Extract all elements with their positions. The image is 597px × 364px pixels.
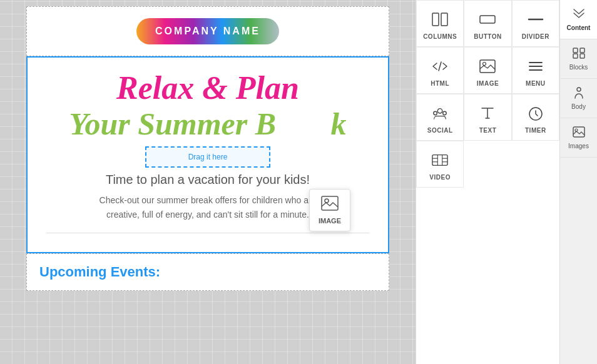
summer-heading: Your Summer B k: [46, 107, 369, 141]
company-logo-bar: COMPANY NAME: [136, 18, 279, 44]
upcoming-block: Upcoming Events:: [26, 253, 389, 291]
blocks-nav-label: Blocks: [563, 64, 594, 71]
blocks-nav-icon: [563, 47, 594, 63]
text-icon: [469, 103, 506, 123]
header-block: COMPANY NAME: [26, 6, 389, 56]
vacation-text: Time to plan a vacation for your kids!: [46, 173, 369, 187]
drag-drop-zone[interactable]: Drag it here: [145, 146, 270, 168]
html-label: HTML: [422, 80, 458, 87]
svg-point-8: [483, 63, 486, 66]
button-icon: [469, 9, 506, 29]
video-icon: [422, 150, 458, 170]
canvas-area: COMPANY NAME Relax & Plan Your Summer B …: [0, 0, 416, 364]
svg-rect-4: [480, 16, 495, 23]
svg-rect-0: [322, 196, 338, 210]
grid-item-timer[interactable]: TIMER: [512, 94, 559, 141]
svg-line-6: [439, 62, 441, 71]
grid-item-video[interactable]: VIDEO: [416, 141, 464, 188]
svg-rect-7: [480, 60, 495, 73]
svg-rect-25: [573, 54, 578, 58]
images-nav-label: Images: [563, 143, 594, 149]
timer-icon: [518, 103, 554, 123]
svg-point-14: [443, 111, 447, 115]
divider-icon: [518, 9, 554, 29]
right-sidebar: COLUMNS BUTTON DIVIDER: [416, 0, 597, 364]
tooltip-label: IMAGE: [319, 217, 341, 225]
drag-label: Drag it here: [188, 153, 228, 161]
svg-rect-28: [573, 127, 584, 137]
company-name-text: COMPANY NAME: [155, 26, 260, 36]
divider-label: DIVIDER: [518, 33, 554, 40]
svg-point-12: [437, 109, 442, 113]
content-nav-label: Content: [563, 24, 594, 31]
image-icon: [469, 56, 506, 76]
svg-point-29: [575, 129, 578, 131]
svg-rect-26: [580, 54, 584, 58]
body-nav-label: Body: [563, 103, 594, 110]
image-tooltip-icon: [319, 196, 341, 215]
columns-label: COLUMNS: [422, 33, 458, 40]
svg-point-27: [577, 88, 581, 91]
relax-heading: Relax & Plan: [46, 70, 369, 106]
html-icon: [422, 56, 458, 76]
description-text: Check-out our summer break offers for ch…: [83, 193, 333, 221]
video-label: VIDEO: [422, 174, 458, 181]
hero-block: Relax & Plan Your Summer B k Drag it her…: [26, 56, 389, 253]
grid-item-social[interactable]: SOCIAL: [416, 94, 464, 141]
body-nav-icon: [563, 86, 594, 102]
columns-icon: [422, 9, 458, 29]
content-nav-icon: [563, 8, 594, 23]
svg-point-13: [434, 111, 437, 115]
image-label: IMAGE: [469, 80, 506, 87]
svg-rect-24: [580, 48, 584, 53]
button-label: BUTTON: [469, 33, 506, 40]
grid-item-image[interactable]: IMAGE: [464, 47, 511, 94]
grid-item-menu[interactable]: MENU: [512, 47, 559, 94]
email-container: COMPANY NAME Relax & Plan Your Summer B …: [26, 6, 389, 291]
images-nav-icon: [563, 126, 594, 141]
nav-item-blocks[interactable]: Blocks: [560, 39, 597, 79]
grid-item-text[interactable]: TEXT: [464, 94, 511, 141]
upcoming-title: Upcoming Events:: [39, 264, 160, 280]
menu-label: MENU: [518, 80, 554, 87]
nav-item-body[interactable]: Body: [560, 79, 597, 118]
svg-rect-23: [573, 48, 578, 53]
grid-item-columns[interactable]: COLUMNS: [416, 0, 464, 47]
svg-rect-3: [441, 13, 447, 26]
content-panel: COLUMNS BUTTON DIVIDER: [416, 0, 559, 364]
nav-item-images[interactable]: Images: [560, 118, 597, 158]
timer-label: TIMER: [518, 127, 554, 134]
divider-line: [46, 233, 369, 233]
text-label: TEXT: [469, 127, 506, 134]
image-tooltip: IMAGE: [309, 189, 350, 231]
nav-item-content[interactable]: Content: [560, 0, 597, 39]
svg-rect-2: [432, 13, 439, 26]
social-label: SOCIAL: [422, 127, 458, 134]
svg-rect-16: [432, 155, 447, 166]
svg-point-1: [325, 199, 329, 203]
grid-item-divider[interactable]: DIVIDER: [512, 0, 559, 47]
content-grid: COLUMNS BUTTON DIVIDER: [416, 0, 559, 188]
grid-item-html[interactable]: HTML: [416, 47, 464, 94]
menu-icon: [518, 56, 554, 76]
grid-item-button[interactable]: BUTTON: [464, 0, 511, 47]
side-nav: Content Blocks Body: [559, 0, 597, 364]
social-icon: [422, 103, 458, 123]
